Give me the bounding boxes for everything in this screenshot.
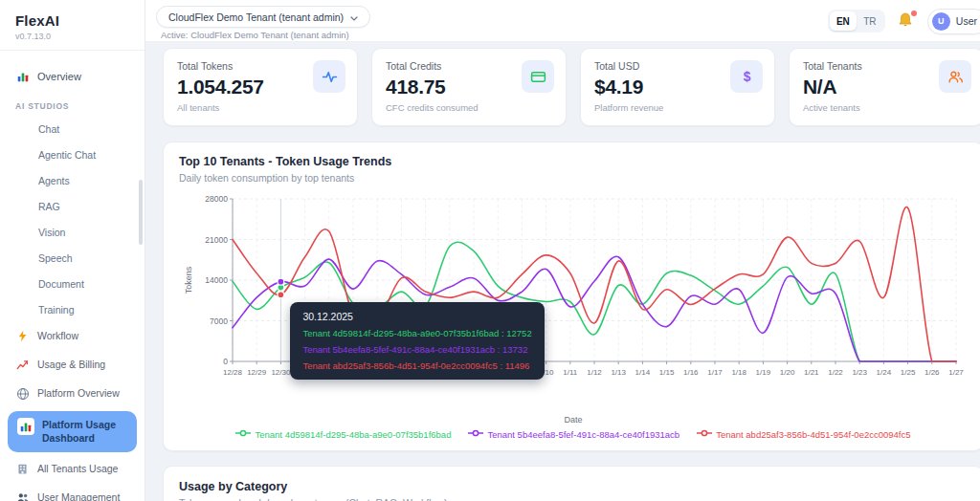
app-logo-text: FlexAI — [15, 12, 129, 29]
stat-card-total-tokens: Total Tokens1.054.257All tenants — [163, 48, 358, 126]
stat-card-total-credits: Total Credits418.75CFC credits consumed — [371, 48, 567, 126]
notification-badge — [911, 11, 917, 16]
sidebar-item-workflow[interactable]: Workflow — [0, 322, 145, 351]
sidebar-item-rag[interactable]: RAG — [0, 193, 145, 219]
tenants-icon — [939, 60, 971, 93]
sidebar-item-document[interactable]: Document — [0, 271, 145, 296]
line-chart-icon — [15, 358, 30, 372]
x-axis-title: Date — [179, 415, 968, 425]
svg-text:21000: 21000 — [205, 235, 228, 245]
sidebar-item-label: Overview — [37, 71, 81, 82]
tooltip-row: Tenant 5b4eefa8-5fef-491c-88a4-ce40f1931… — [302, 344, 531, 355]
chart-subtitle: Daily token consumption by top tenants — [179, 172, 968, 184]
legend-label: Tenant abd25af3-856b-4d51-954f-0e2cc0094… — [716, 429, 910, 440]
svg-text:1/23: 1/23 — [852, 368, 867, 377]
sidebar-item-speech[interactable]: Speech — [0, 245, 145, 271]
svg-text:12/28: 12/28 — [223, 368, 243, 377]
stat-sublabel: CFC credits consumed — [386, 102, 552, 113]
svg-text:12/30: 12/30 — [271, 368, 291, 377]
sidebar-item-label: Platform Overview — [37, 387, 120, 401]
legend-item[interactable]: Tenant 5b4eefa8-5fef-491c-88a4-ce40f1931… — [468, 428, 679, 440]
lang-en-button[interactable]: EN — [830, 11, 857, 31]
bar-chart-icon — [15, 69, 30, 83]
stat-card-total-usd: Total USD$4.19Platform revenue$ — [580, 48, 775, 126]
legend-marker-icon — [468, 428, 483, 440]
svg-text:1/19: 1/19 — [756, 368, 771, 377]
svg-text:1/18: 1/18 — [731, 368, 746, 377]
svg-text:1/12: 1/12 — [587, 368, 602, 377]
sidebar-scrollbar[interactable] — [139, 180, 143, 245]
tooltip-row: Tenant 4d59814f-d295-48ba-a9e0-07f35b1f6… — [302, 328, 531, 338]
category-subtitle: Token usage breakdown by category (Chat,… — [179, 497, 968, 501]
svg-text:1/20: 1/20 — [780, 368, 795, 377]
sidebar-item-chat[interactable]: Chat — [0, 116, 145, 142]
svg-text:1/13: 1/13 — [611, 368, 626, 377]
legend-item[interactable]: Tenant abd25af3-856b-4d51-954f-0e2cc0094… — [697, 428, 910, 440]
lang-tr-button[interactable]: TR — [857, 11, 883, 31]
legend-label: Tenant 5b4eefa8-5fef-491c-88a4-ce40f1931… — [487, 429, 679, 440]
token-usage-trends-card: Top 10 Tenants - Token Usage Trends Dail… — [163, 142, 980, 451]
tooltip-row: Tenant abd25af3-856b-4d51-954f-0e2cc0094… — [302, 360, 531, 371]
sidebar-item-label: User Management — [37, 491, 120, 501]
sidebar-item-label: All Tenants Usage — [37, 463, 118, 476]
sidebar-item-all-tenants-usage[interactable]: All Tenants Usage — [0, 455, 145, 484]
sidebar-item-user-management[interactable]: User Management — [0, 484, 145, 501]
sidebar-nav: Overview AI STUDIOS ChatAgentic ChatAgen… — [0, 51, 145, 501]
svg-text:1/14: 1/14 — [635, 368, 651, 377]
sidebar-item-platform-overview[interactable]: Platform Overview — [0, 380, 145, 408]
chart-title: Top 10 Tenants - Token Usage Trends — [179, 155, 968, 168]
dollar-icon: $ — [730, 60, 763, 93]
credit-card-icon — [522, 60, 554, 93]
stat-sublabel: All tenants — [177, 102, 344, 113]
content-column: CloudFlex Demo Tenant (tenant admin) Act… — [145, 0, 980, 501]
bell-icon — [897, 15, 914, 32]
stat-card-total-tenants: Total TenantsN/AActive tenants — [789, 48, 980, 126]
main-content: Total Tokens1.054.257All tenantsTotal Cr… — [145, 42, 980, 501]
building-icon — [15, 462, 30, 476]
sidebar-item-label: Usage & Billing — [37, 359, 105, 372]
sidebar-item-platform-usage-dashboard[interactable]: Platform Usage Dashboard — [8, 411, 137, 452]
user-label: User — [956, 15, 977, 27]
tenant-selector-dropdown[interactable]: CloudFlex Demo Tenant (tenant admin) — [156, 6, 370, 28]
stat-sublabel: Active tenants — [803, 102, 969, 113]
sidebar-item-label: Platform Usage Dashboard — [42, 419, 127, 445]
svg-text:$: $ — [743, 69, 750, 84]
svg-text:1/16: 1/16 — [683, 368, 699, 377]
svg-text:1/11: 1/11 — [563, 368, 578, 377]
svg-text:0: 0 — [223, 357, 228, 366]
app-version: v0.7.13.0 — [15, 32, 129, 41]
studio-list: ChatAgentic ChatAgentsRAGVisionSpeechDoc… — [0, 116, 145, 322]
topbar: CloudFlex Demo Tenant (tenant admin) Act… — [145, 0, 980, 42]
sidebar-item-agents[interactable]: Agents — [0, 167, 145, 193]
svg-text:1/21: 1/21 — [804, 368, 819, 377]
chart-tooltip: 30.12.2025 Tenant 4d59814f-d295-48ba-a9e… — [290, 302, 544, 380]
notifications-button[interactable] — [897, 11, 916, 31]
sidebar-item-vision[interactable]: Vision — [0, 219, 145, 245]
category-title: Usage by Category — [179, 480, 968, 493]
user-menu-button[interactable]: U User — [927, 9, 980, 34]
activity-icon — [313, 60, 345, 93]
sidebar-item-training[interactable]: Training — [0, 296, 145, 322]
chevron-down-icon — [350, 11, 358, 23]
globe-icon — [15, 386, 30, 401]
legend-marker-icon — [235, 428, 251, 440]
stats-row: Total Tokens1.054.257All tenantsTotal Cr… — [163, 48, 980, 126]
sidebar-item-label: Workflow — [37, 330, 78, 343]
sidebar-item-usage-billing[interactable]: Usage & Billing — [0, 351, 145, 380]
legend-label: Tenant 4d59814f-d295-48ba-a9e0-07f35b1f6… — [255, 429, 451, 440]
sidebar-item-agentic-chat[interactable]: Agentic Chat — [0, 142, 145, 167]
legend-item[interactable]: Tenant 4d59814f-d295-48ba-a9e0-07f35b1f6… — [235, 428, 451, 440]
users-icon — [15, 490, 30, 501]
lightning-icon — [15, 329, 30, 343]
tenant-selector-value: CloudFlex Demo Tenant (tenant admin) — [168, 11, 344, 23]
chart-legend: Tenant 4d59814f-d295-48ba-a9e0-07f35b1f6… — [179, 428, 968, 440]
svg-text:1/24: 1/24 — [877, 368, 892, 377]
nav-list: WorkflowUsage & BillingPlatform Overview… — [0, 322, 145, 501]
bar-chart-icon — [17, 418, 34, 435]
svg-text:1/27: 1/27 — [948, 368, 964, 377]
sidebar-item-overview[interactable]: Overview — [0, 62, 145, 90]
user-avatar: U — [932, 12, 950, 31]
svg-text:28000: 28000 — [205, 194, 228, 204]
legend-marker-icon — [697, 428, 712, 440]
svg-text:1/22: 1/22 — [828, 368, 843, 377]
